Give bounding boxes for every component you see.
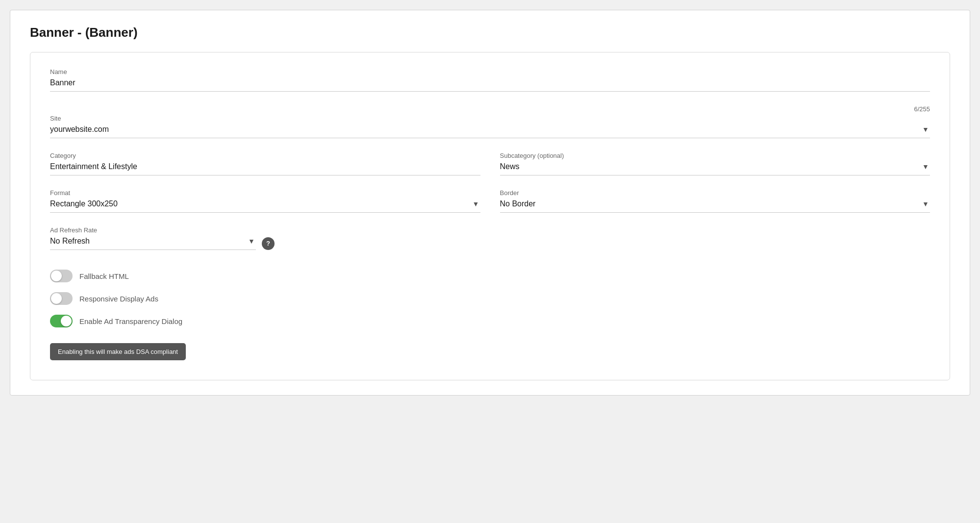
responsive-ads-row: Responsive Display Ads bbox=[50, 292, 930, 305]
tooltip-container: Enabling this will make ads DSA complian… bbox=[50, 343, 930, 360]
format-value: Rectangle 300x250 bbox=[50, 199, 472, 208]
ad-refresh-chevron-icon: ▼ bbox=[247, 237, 256, 246]
format-border-row: Format Rectangle 300x250 ▼ Border No Bor… bbox=[50, 189, 930, 213]
transparency-row: Enable Ad Transparency Dialog bbox=[50, 315, 930, 327]
name-field-group: Name Banner bbox=[50, 68, 930, 92]
ad-refresh-select[interactable]: No Refresh ▼ bbox=[50, 237, 256, 250]
border-col: Border No Border ▼ bbox=[500, 189, 930, 213]
responsive-ads-toggle[interactable] bbox=[50, 292, 73, 305]
toggles-section: Fallback HTML Responsive Display Ads Ena… bbox=[50, 270, 930, 327]
format-chevron-icon: ▼ bbox=[472, 199, 480, 208]
responsive-ads-label: Responsive Display Ads bbox=[79, 295, 158, 303]
category-row: Category Entertainment & Lifestyle Subca… bbox=[50, 152, 930, 175]
ad-refresh-label: Ad Refresh Rate bbox=[50, 226, 930, 234]
border-value: No Border bbox=[500, 199, 922, 208]
responsive-ads-thumb bbox=[51, 293, 62, 304]
fallback-html-row: Fallback HTML bbox=[50, 270, 930, 282]
site-label: Site bbox=[50, 115, 930, 122]
category-label: Category bbox=[50, 152, 480, 159]
site-value: yourwebsite.com bbox=[50, 125, 921, 134]
ad-refresh-row: No Refresh ▼ ? bbox=[50, 237, 930, 250]
fallback-html-label: Fallback HTML bbox=[79, 272, 129, 280]
char-count: 6/255 bbox=[50, 105, 930, 113]
format-label: Format bbox=[50, 189, 480, 197]
border-label: Border bbox=[500, 189, 930, 197]
transparency-label: Enable Ad Transparency Dialog bbox=[79, 317, 182, 325]
page-title: Banner - (Banner) bbox=[30, 25, 950, 40]
subcategory-select[interactable]: News ▼ bbox=[500, 162, 930, 175]
border-select[interactable]: No Border ▼ bbox=[500, 199, 930, 213]
ad-refresh-group: Ad Refresh Rate No Refresh ▼ ? bbox=[50, 226, 930, 250]
subcategory-chevron-icon: ▼ bbox=[921, 162, 930, 171]
site-select[interactable]: yourwebsite.com ▼ bbox=[50, 125, 930, 138]
fallback-html-thumb bbox=[51, 271, 62, 281]
form-card: Name Banner 6/255 Site yourwebsite.com ▼… bbox=[30, 52, 950, 380]
question-icon[interactable]: ? bbox=[262, 237, 275, 250]
format-select[interactable]: Rectangle 300x250 ▼ bbox=[50, 199, 480, 213]
site-field-group: 6/255 Site yourwebsite.com ▼ bbox=[50, 105, 930, 138]
page-wrapper: Banner - (Banner) Name Banner 6/255 Site… bbox=[10, 10, 970, 396]
ad-refresh-value: No Refresh bbox=[50, 237, 247, 246]
subcategory-value: News bbox=[500, 162, 922, 171]
transparency-thumb bbox=[61, 316, 72, 326]
subcategory-col: Subcategory (optional) News ▼ bbox=[500, 152, 930, 175]
transparency-toggle[interactable] bbox=[50, 315, 73, 327]
category-value: Entertainment & Lifestyle bbox=[50, 162, 480, 175]
subcategory-label: Subcategory (optional) bbox=[500, 152, 930, 159]
name-label: Name bbox=[50, 68, 930, 75]
site-chevron-icon: ▼ bbox=[921, 125, 930, 134]
fallback-html-toggle[interactable] bbox=[50, 270, 73, 282]
category-col: Category Entertainment & Lifestyle bbox=[50, 152, 480, 175]
name-value: Banner bbox=[50, 78, 930, 92]
tooltip-box: Enabling this will make ads DSA complian… bbox=[50, 343, 186, 360]
border-chevron-icon: ▼ bbox=[921, 199, 930, 208]
format-col: Format Rectangle 300x250 ▼ bbox=[50, 189, 480, 213]
